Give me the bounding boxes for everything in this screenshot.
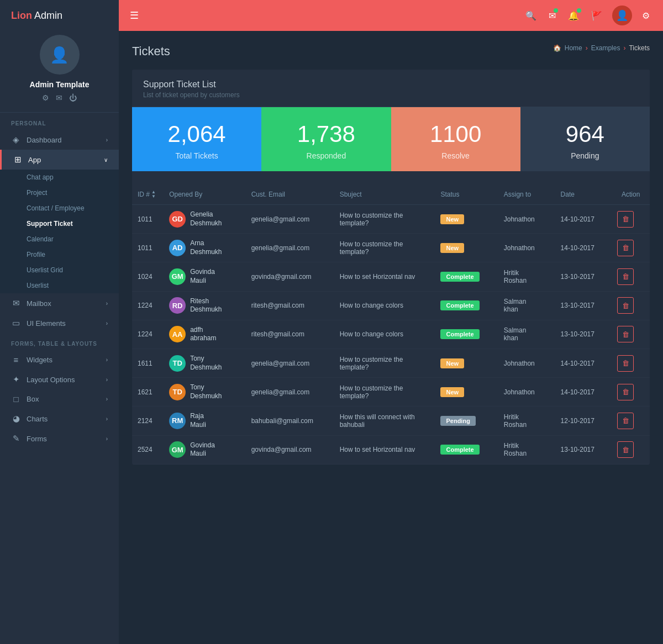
table-card-subtitle: List of ticket opend by customers bbox=[143, 91, 639, 99]
cell-id: 1011 bbox=[132, 205, 164, 234]
chevron-right-icon: › bbox=[106, 416, 108, 422]
sidebar-subitem-chat[interactable]: Chat app bbox=[0, 170, 119, 185]
breadcrumb-home[interactable]: Home bbox=[565, 44, 582, 52]
table-row: 1011 GD GeneliaDeshmukh genelia@gmail.co… bbox=[132, 205, 650, 234]
menu-icon[interactable]: ☰ bbox=[130, 9, 139, 22]
row-avatar: RD bbox=[169, 297, 186, 314]
cell-id: 1024 bbox=[132, 262, 164, 291]
bell-icon[interactable]: 🔔 bbox=[568, 10, 579, 21]
col-header-action: Action bbox=[612, 184, 650, 205]
cell-action: 🗑 bbox=[612, 435, 650, 464]
table-row: 1611 TD TonyDeshmukh genelia@gmail.com H… bbox=[132, 349, 650, 377]
chevron-right-icon: › bbox=[106, 396, 108, 402]
cell-assign: HritikRoshan bbox=[498, 262, 555, 291]
main-area: ☰ 🔍 ✉ 🔔 🚩 👤 ⚙ Tickets 🏠 Home › Examples … bbox=[119, 0, 663, 644]
sort-icon[interactable]: ▲▼ bbox=[151, 190, 156, 199]
delete-button[interactable]: 🗑 bbox=[617, 441, 634, 458]
cell-subject: How to customize the template? bbox=[334, 378, 435, 407]
topbar-avatar[interactable]: 👤 bbox=[612, 6, 632, 25]
settings-icon[interactable]: ⚙ bbox=[42, 93, 49, 102]
cell-status: Complete bbox=[435, 320, 498, 349]
cell-opened-by: RM RajaMauli bbox=[164, 407, 246, 435]
breadcrumb-examples[interactable]: Examples bbox=[591, 44, 620, 52]
sidebar-subitem-calendar[interactable]: Calendar bbox=[0, 231, 119, 247]
cell-id: 1011 bbox=[132, 234, 164, 262]
row-name: RajaMauli bbox=[190, 412, 206, 429]
status-badge: New bbox=[440, 387, 464, 397]
sidebar-item-label: Widgets bbox=[27, 356, 101, 364]
sidebar-subitem-contact-employee[interactable]: Contact / Employee bbox=[0, 200, 119, 216]
cell-email: govinda@gmail.com bbox=[246, 262, 334, 291]
sidebar-item-app[interactable]: ⊞ App ∨ bbox=[0, 150, 119, 170]
row-name: GovindaMauli bbox=[190, 441, 215, 458]
status-badge: Complete bbox=[440, 445, 479, 455]
cell-subject: How to customize the template? bbox=[334, 234, 435, 262]
status-badge: New bbox=[440, 358, 464, 368]
cell-subject: How to change colors bbox=[334, 291, 435, 320]
row-avatar: RM bbox=[169, 413, 186, 429]
sidebar-subitem-userlist[interactable]: Userlist bbox=[0, 278, 119, 293]
cell-action: 🗑 bbox=[612, 262, 650, 291]
cell-date: 13-10-2017 bbox=[555, 291, 612, 320]
chevron-right-icon: › bbox=[106, 357, 108, 363]
table-row: 2524 GM GovindaMauli govinda@gmail.com H… bbox=[132, 435, 650, 464]
sidebar-item-label: Charts bbox=[27, 415, 101, 423]
sidebar-profile: 👤 Admin Template ⚙ ✉ ⏻ bbox=[0, 29, 119, 113]
sidebar-item-mailbox[interactable]: ✉ Mailbox › bbox=[0, 293, 119, 313]
delete-button[interactable]: 🗑 bbox=[617, 326, 634, 342]
cell-action: 🗑 bbox=[612, 205, 650, 234]
col-header-status: Status bbox=[435, 184, 498, 205]
sidebar-item-widgets[interactable]: ≡ Widgets › bbox=[0, 350, 119, 369]
row-avatar: AA bbox=[169, 326, 186, 342]
status-badge: Pending bbox=[440, 416, 475, 426]
cell-email: bahubali@gmail.com bbox=[246, 407, 334, 435]
stat-total: 2,064 Total Tickets bbox=[132, 107, 261, 171]
stat-resolve-label: Resolve bbox=[441, 151, 470, 160]
delete-button[interactable]: 🗑 bbox=[617, 384, 634, 400]
status-badge: Complete bbox=[440, 300, 479, 310]
mail-badge bbox=[554, 8, 558, 13]
delete-button[interactable]: 🗑 bbox=[617, 297, 634, 314]
mail-icon[interactable]: ✉ bbox=[56, 93, 62, 102]
sidebar-item-forms[interactable]: ✎ Forms › bbox=[0, 429, 119, 448]
mail-notification-icon[interactable]: ✉ bbox=[549, 10, 556, 21]
sidebar-item-dashboard[interactable]: ◈ Dashboard › bbox=[0, 130, 119, 150]
col-header-subject: Sbuject bbox=[334, 184, 435, 205]
search-icon[interactable]: 🔍 bbox=[525, 10, 536, 21]
widgets-icon: ≡ bbox=[11, 355, 21, 365]
row-avatar: GM bbox=[169, 268, 186, 285]
gear-icon[interactable]: ⚙ bbox=[642, 10, 650, 21]
row-avatar: TD bbox=[169, 384, 186, 400]
power-icon[interactable]: ⏻ bbox=[69, 93, 77, 102]
sidebar-item-box[interactable]: □ Box › bbox=[0, 389, 119, 409]
row-avatar: AD bbox=[169, 240, 186, 256]
breadcrumb: 🏠 Home › Examples › Tickets bbox=[553, 44, 650, 52]
cell-id: 1611 bbox=[132, 349, 164, 377]
sidebar-item-charts[interactable]: ◕ Charts › bbox=[0, 409, 119, 429]
sidebar-subitem-profile[interactable]: Profile bbox=[0, 247, 119, 262]
sidebar-item-layout-options[interactable]: ✦ Layout Options › bbox=[0, 369, 119, 389]
cell-subject: How to customize the template? bbox=[334, 205, 435, 234]
delete-button[interactable]: 🗑 bbox=[617, 211, 634, 228]
delete-button[interactable]: 🗑 bbox=[617, 240, 634, 256]
sidebar-subitem-userlist-grid[interactable]: Userlist Grid bbox=[0, 262, 119, 278]
row-name: ArnaDeshmukh bbox=[190, 239, 222, 256]
sidebar-subitem-support-ticket[interactable]: Support Ticket bbox=[0, 216, 119, 231]
sidebar-item-ui-elements[interactable]: ▭ UI Elements › bbox=[0, 313, 119, 333]
delete-button[interactable]: 🗑 bbox=[617, 268, 634, 285]
sidebar-item-label: App bbox=[28, 156, 98, 164]
row-avatar: GD bbox=[169, 211, 186, 228]
delete-button[interactable]: 🗑 bbox=[617, 413, 634, 429]
sidebar-subitem-project[interactable]: Project bbox=[0, 185, 119, 200]
cell-email: genelia@gmail.com bbox=[246, 349, 334, 377]
delete-button[interactable]: 🗑 bbox=[617, 355, 634, 372]
breadcrumb-sep-1: › bbox=[586, 44, 588, 52]
stat-resolve: 1100 Resolve bbox=[391, 107, 520, 171]
id-label: ID # bbox=[138, 191, 150, 198]
flag-icon[interactable]: 🚩 bbox=[591, 10, 602, 21]
row-name: GeneliaDeshmukh bbox=[190, 210, 222, 228]
username: Admin Template bbox=[30, 80, 90, 89]
cell-subject: How to change colors bbox=[334, 320, 435, 349]
cell-action: 🗑 bbox=[612, 320, 650, 349]
sidebar-header: Lion Admin bbox=[0, 0, 119, 29]
